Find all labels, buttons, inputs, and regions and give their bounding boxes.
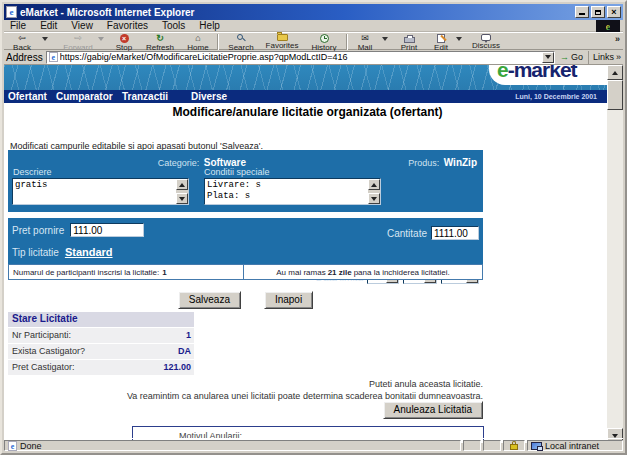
favorites-folder-icon bbox=[277, 34, 288, 41]
scroll-down-icon[interactable] bbox=[176, 193, 188, 204]
mail-dropdown-icon[interactable] bbox=[382, 37, 388, 41]
refresh-icon: ↻ bbox=[156, 34, 164, 43]
stare-licitatie-table: Stare Licitatie Nr Participanti: 1 Exist… bbox=[8, 312, 194, 375]
row-label: Exista Castigator? bbox=[8, 344, 135, 359]
vertical-scrollbar[interactable] bbox=[607, 65, 623, 443]
minimize-button[interactable] bbox=[575, 6, 589, 18]
toolbar-separator bbox=[346, 34, 348, 50]
ie-page-icon: e bbox=[6, 6, 17, 18]
stop-icon: × bbox=[120, 34, 129, 43]
menu-view[interactable]: View bbox=[71, 20, 93, 31]
stop-button[interactable]: × Stop bbox=[108, 33, 140, 51]
table-row: Exista Castigator? DA bbox=[8, 344, 194, 359]
logo-e: e bbox=[497, 65, 508, 81]
scroll-up-icon[interactable] bbox=[176, 179, 188, 190]
menu-file[interactable]: File bbox=[10, 20, 26, 31]
stare-table-header: Stare Licitatie bbox=[8, 312, 194, 327]
main-nav-bar: Ofertant Cumparator Tranzactii Diverse L… bbox=[4, 90, 611, 103]
back-arrow-icon: ⇦ bbox=[18, 34, 26, 43]
links-bar[interactable]: Links » bbox=[588, 51, 621, 64]
participants-text: Numarul de participanti inscrisi la lici… bbox=[13, 268, 159, 277]
nav-item-ofertant[interactable]: Ofertant bbox=[8, 91, 47, 102]
toolbar-overflow-chevron-icon[interactable]: » bbox=[615, 34, 620, 44]
inapoi-button[interactable]: Inapoi bbox=[264, 291, 313, 309]
window-title: eMarket - Microsoft Internet Explorer bbox=[20, 7, 194, 18]
document-icon: e bbox=[8, 441, 17, 451]
menu-favorites[interactable]: Favorites bbox=[107, 20, 148, 31]
address-field: e bbox=[46, 51, 555, 64]
emarket-logo: e-market bbox=[497, 65, 577, 82]
address-input[interactable] bbox=[60, 52, 542, 63]
zone-text: Local intranet bbox=[545, 441, 599, 451]
discuss-button[interactable]: Discuss bbox=[464, 33, 508, 51]
mail-button[interactable]: ✉ Mail bbox=[350, 33, 380, 51]
row-label: Nr Participanti: bbox=[8, 328, 135, 343]
menu-bar: File Edit View Favorites Tools Help e bbox=[4, 20, 623, 32]
address-page-icon: e bbox=[49, 52, 58, 62]
row-value: 121.00 bbox=[136, 360, 194, 375]
anuleaza-licitatia-button[interactable]: Anuleaza Licitatia bbox=[383, 401, 483, 419]
throbber-e-icon: e bbox=[606, 22, 610, 32]
status-text: Done bbox=[20, 441, 42, 451]
back-button[interactable]: ⇦ Back bbox=[6, 33, 38, 51]
search-button[interactable]: Search bbox=[222, 33, 260, 51]
edit-page-pencil-icon bbox=[437, 34, 445, 43]
cantitate-input[interactable] bbox=[431, 226, 479, 240]
security-pane bbox=[503, 440, 525, 451]
tip-licitatie-link[interactable]: Standard bbox=[65, 246, 113, 258]
status-pane-empty bbox=[483, 440, 501, 451]
print-button[interactable]: Print bbox=[392, 33, 426, 51]
days-remaining-info: Au mai ramas 21 zile pana la inchiderea … bbox=[243, 264, 483, 280]
site-banner: e-market bbox=[4, 65, 611, 90]
favorites-button[interactable]: Favorites bbox=[260, 33, 304, 51]
remaining-suffix: pana la inchiderea licitatiei. bbox=[354, 268, 450, 277]
minimize-icon bbox=[579, 13, 585, 15]
descriere-textarea[interactable]: gratis bbox=[13, 179, 176, 204]
forward-arrow-icon: ⇨ bbox=[74, 34, 82, 43]
nav-item-tranzactii[interactable]: Tranzactii bbox=[122, 91, 168, 102]
forward-button[interactable]: ⇨ Forward bbox=[60, 33, 96, 51]
conditii-textarea[interactable]: Livrare: s Plata: s bbox=[205, 179, 368, 204]
cancel-info-line1: Puteti anula aceasta licitatie. bbox=[8, 379, 483, 389]
scroll-down-icon[interactable] bbox=[368, 193, 380, 204]
scroll-up-icon bbox=[612, 71, 618, 75]
history-button[interactable]: History bbox=[304, 33, 344, 51]
back-dropdown-icon[interactable] bbox=[42, 37, 48, 41]
participants-info: Numarul de participanti inscrisi la lici… bbox=[8, 264, 244, 280]
scroll-up-button[interactable] bbox=[607, 65, 623, 80]
address-label: Address bbox=[6, 52, 43, 63]
produs-value: WinZip bbox=[444, 157, 477, 168]
edit-dropdown-icon[interactable] bbox=[456, 37, 462, 41]
restore-icon bbox=[595, 10, 601, 15]
menu-tools[interactable]: Tools bbox=[162, 20, 185, 31]
pret-pornire-input[interactable] bbox=[70, 223, 144, 237]
auction-info-row: Numarul de participanti inscrisi la lici… bbox=[8, 264, 483, 280]
salveaza-button[interactable]: Salveaza bbox=[178, 291, 241, 309]
address-dropdown-button[interactable] bbox=[542, 52, 554, 63]
lock-icon bbox=[510, 444, 518, 450]
table-row: Nr Participanti: 1 bbox=[8, 328, 194, 343]
pret-pornire-label: Pret pornire bbox=[12, 225, 64, 236]
scroll-up-icon[interactable] bbox=[368, 179, 380, 190]
textarea-scrollbar[interactable] bbox=[368, 179, 380, 204]
go-button[interactable]: → Go bbox=[558, 52, 585, 62]
scrollbar-thumb[interactable] bbox=[607, 80, 623, 110]
status-pane-empty bbox=[463, 440, 481, 451]
logo-rest: -market bbox=[508, 65, 577, 81]
textarea-scrollbar[interactable] bbox=[176, 179, 188, 204]
menu-help[interactable]: Help bbox=[199, 20, 220, 31]
cantitate-label: Cantitate bbox=[387, 228, 427, 239]
nav-item-cumparator[interactable]: Cumparator bbox=[56, 91, 113, 102]
links-label: Links bbox=[593, 52, 614, 62]
refresh-button[interactable]: ↻ Refresh bbox=[140, 33, 180, 51]
search-icon bbox=[237, 34, 246, 43]
browser-window: e eMarket - Microsoft Internet Explorer … bbox=[0, 0, 627, 455]
home-button[interactable]: ⌂ Home bbox=[180, 33, 216, 51]
nav-item-diverse[interactable]: Diverse bbox=[191, 91, 227, 102]
forward-dropdown-icon[interactable] bbox=[98, 37, 104, 41]
restore-button[interactable] bbox=[591, 6, 605, 18]
close-button[interactable]: × bbox=[607, 6, 621, 18]
menu-edit[interactable]: Edit bbox=[40, 20, 57, 31]
edit-button[interactable]: Edit bbox=[428, 33, 454, 51]
scroll-down-icon bbox=[612, 434, 618, 438]
